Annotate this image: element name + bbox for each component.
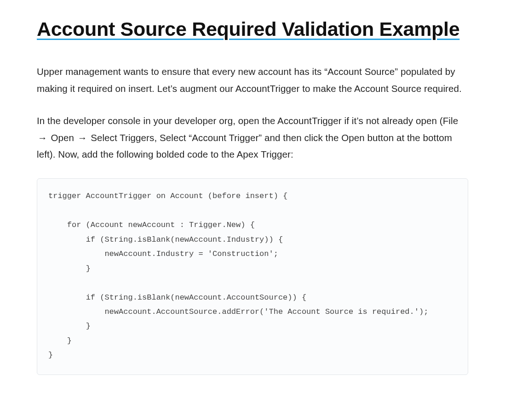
- instr-part-b: Open: [48, 132, 77, 143]
- page-title: Account Source Required Validation Examp…: [37, 16, 468, 42]
- intro-paragraph: Upper management wants to ensure that ev…: [37, 63, 468, 97]
- arrow-icon: →: [77, 130, 88, 146]
- arrow-icon: →: [37, 130, 48, 146]
- instr-part-a: In the developer console in your develop…: [37, 115, 458, 126]
- instr-part-c: Select Triggers, Select “Account Trigger…: [37, 132, 452, 159]
- instructions-paragraph: In the developer console in your develop…: [37, 113, 468, 163]
- document-page: Account Source Required Validation Examp…: [0, 0, 505, 403]
- title-text: Account Source Required Validation Examp…: [37, 18, 459, 40]
- code-block: trigger AccountTrigger on Account (befor…: [37, 178, 468, 375]
